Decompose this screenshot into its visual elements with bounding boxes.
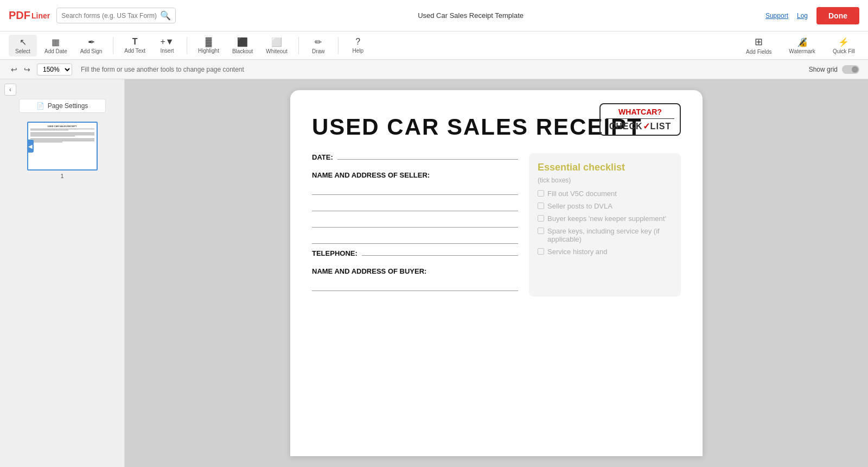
draw-icon: ✏: [315, 37, 322, 47]
thumb-content: USED CAR SALES RECEIPT: [28, 123, 97, 145]
tool-highlight[interactable]: ▓ Highlight: [193, 35, 225, 56]
toolbar-separator-1: [113, 37, 113, 54]
redo-button[interactable]: ↪: [22, 64, 33, 75]
seller-label: NAME AND ADDRESS OF SELLER:: [312, 171, 430, 179]
page-settings-icon: 📄: [36, 102, 44, 110]
cursor-icon: ↖: [20, 37, 27, 47]
page-settings-tab[interactable]: 📄 Page Settings: [19, 99, 106, 113]
checkbox-2: [538, 203, 544, 209]
seller-line-1: [312, 184, 518, 195]
date-label: Date:: [312, 153, 333, 161]
tool-add-fields-label: Add Fields: [746, 49, 771, 55]
tool-watermark-label: Watermark: [789, 48, 815, 54]
page-number: 1: [60, 173, 63, 179]
tool-add-fields[interactable]: ⊞ Add Fields: [742, 34, 776, 57]
checkbox-4: [538, 228, 544, 234]
checklist-item-2-text: Seller posts to DVLA: [547, 202, 612, 210]
tool-quick-fill-label: Quick Fill: [833, 48, 855, 54]
checklist-item-1-text: Fill out V5C document: [547, 190, 617, 198]
tool-add-sign[interactable]: ✒ Add Sign: [75, 35, 108, 56]
checklist-item-5-text: Service history and: [547, 248, 608, 256]
sidebar: ‹ 📄 Page Settings USED CAR SALES RECEIPT: [0, 79, 125, 467]
date-line: [337, 159, 518, 160]
search-box[interactable]: 🔍: [56, 8, 176, 23]
buyer-line-1: [312, 280, 518, 291]
logo-liner: Liner: [31, 11, 50, 20]
telephone-label: Telephone:: [312, 249, 358, 257]
tool-add-date-label: Add Date: [44, 48, 67, 54]
checkbox-1: [538, 190, 544, 197]
checklist-item-2: Seller posts to DVLA: [538, 202, 672, 210]
tool-add-text-label: Add Text: [124, 48, 145, 54]
sidebar-collapse-button[interactable]: ‹: [4, 84, 16, 96]
help-icon: ?: [355, 37, 360, 47]
show-grid-label: Show grid: [809, 66, 838, 73]
toolbar-separator-3: [298, 37, 299, 54]
tool-quick-fill[interactable]: ⚡ Quick Fill: [828, 35, 859, 56]
checklist-item-5: Service history and: [538, 248, 672, 256]
add-fields-icon: ⊞: [755, 36, 763, 48]
tool-add-date[interactable]: ▦ Add Date: [39, 35, 73, 56]
support-link[interactable]: Support: [765, 12, 788, 20]
checklist-panel: Essential checklist (tick boxes) Fill ou…: [529, 153, 681, 296]
checkbox-5: [538, 248, 544, 255]
doc-left: Date: NAME AND ADDRESS OF SELLER: Telep: [312, 153, 529, 296]
topbar-actions: Support Log Done: [765, 7, 859, 24]
tool-select[interactable]: ↖ Select: [9, 35, 37, 56]
tool-draw-label: Draw: [312, 48, 324, 54]
calendar-icon: ▦: [52, 37, 60, 47]
undo-button[interactable]: ↩: [9, 64, 20, 75]
checklist-item-3: Buyer keeps 'new keeper supplement': [538, 214, 672, 223]
buyer-label: NAME AND ADDRESS OF BUYER:: [312, 267, 426, 275]
toolbar2: ↩ ↪ 150% 100% 75% 50% Fill the form or u…: [0, 60, 868, 79]
page-settings-label: Page Settings: [48, 102, 88, 110]
tool-insert-label: Insert: [161, 48, 174, 54]
tool-whiteout[interactable]: ⬜ Whiteout: [260, 35, 292, 56]
tool-blackout[interactable]: ⬛ Blackout: [227, 35, 258, 56]
topbar: PDF Liner 🔍 Used Car Sales Receipt Templ…: [0, 0, 868, 31]
doc-area[interactable]: WHATCAR? CHECK✓LIST USED CAR SALES RECEI…: [125, 79, 868, 467]
tool-add-text[interactable]: T Add Text: [119, 35, 151, 56]
whiteout-icon: ⬜: [271, 37, 282, 47]
toolbar-separator-2: [187, 37, 187, 54]
whatcar-bottom: CHECK✓LIST: [606, 118, 674, 131]
checklist-item-4-text: Spare keys, including service key (if ap…: [547, 227, 672, 243]
whatcar-logo: WHATCAR? CHECK✓LIST: [599, 103, 681, 136]
zoom-select[interactable]: 150% 100% 75% 50%: [37, 64, 72, 75]
blackout-icon: ⬛: [237, 37, 248, 47]
seller-line-3: [312, 217, 518, 228]
tool-help-label: Help: [352, 48, 363, 54]
tool-watermark[interactable]: 🔏 Watermark: [784, 35, 820, 56]
pen-icon: ✒: [88, 37, 95, 47]
seller-line-4: [312, 233, 518, 244]
doc-title: Used Car Sales Receipt Template: [182, 11, 759, 20]
tool-select-label: Select: [15, 48, 30, 54]
telephone-line: [362, 255, 518, 256]
checkbox-3: [538, 215, 544, 222]
buyer-section: NAME AND ADDRESS OF BUYER:: [312, 266, 518, 276]
tool-draw[interactable]: ✏ Draw: [304, 35, 333, 56]
telephone-field-row: Telephone:: [312, 249, 518, 257]
tool-insert[interactable]: +▼ Insert: [153, 35, 181, 56]
checklist-title: Essential checklist: [538, 162, 672, 173]
toolbar-right: ⊞ Add Fields 🔏 Watermark ⚡ Quick Fill: [742, 34, 859, 57]
checklist-item-3-text: Buyer keeps 'new keeper supplement': [547, 214, 666, 223]
doc-body: Date: NAME AND ADDRESS OF SELLER: Telep: [312, 153, 681, 296]
log-link[interactable]: Log: [797, 12, 808, 20]
grid-toggle[interactable]: [842, 65, 859, 74]
sidebar-arrow[interactable]: ◀: [27, 140, 34, 153]
tool-blackout-label: Blackout: [232, 48, 253, 54]
checklist-subtitle: (tick boxes): [538, 176, 672, 184]
tool-add-sign-label: Add Sign: [80, 48, 103, 54]
toggle-knob: [852, 66, 858, 73]
checklist-item-4: Spare keys, including service key (if ap…: [538, 227, 672, 243]
hint-text: Fill the form or use another tools to ch…: [81, 66, 244, 73]
page-thumbnail[interactable]: USED CAR SALES RECEIPT: [27, 122, 98, 171]
page-thumbnail-container: USED CAR SALES RECEIPT ◀: [27, 122, 98, 171]
date-field-row: Date:: [312, 153, 518, 161]
seller-section: NAME AND ADDRESS OF SELLER:: [312, 170, 518, 180]
seller-line-2: [312, 200, 518, 211]
tool-help[interactable]: ? Help: [344, 35, 372, 56]
search-input[interactable]: [61, 12, 157, 20]
done-button[interactable]: Done: [816, 7, 859, 24]
